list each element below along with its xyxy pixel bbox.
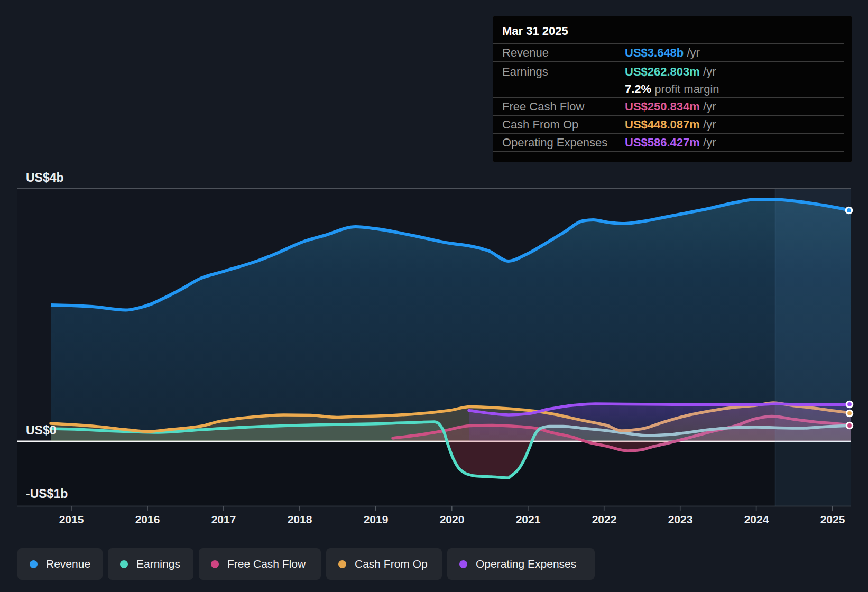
- svg-text:2021: 2021: [516, 513, 541, 525]
- svg-text:2019: 2019: [364, 513, 389, 525]
- svg-text:US$0: US$0: [26, 423, 57, 437]
- svg-text:2018: 2018: [288, 513, 312, 525]
- svg-text:US$4b: US$4b: [26, 171, 64, 184]
- svg-text:2020: 2020: [440, 513, 465, 525]
- svg-text:-US$1b: -US$1b: [26, 487, 68, 501]
- svg-text:2015: 2015: [59, 513, 84, 525]
- svg-text:2016: 2016: [135, 513, 160, 525]
- svg-text:2024: 2024: [744, 513, 769, 525]
- svg-text:2017: 2017: [211, 513, 236, 525]
- svg-text:2023: 2023: [668, 513, 693, 525]
- svg-text:2022: 2022: [592, 513, 617, 525]
- svg-text:2025: 2025: [820, 513, 845, 525]
